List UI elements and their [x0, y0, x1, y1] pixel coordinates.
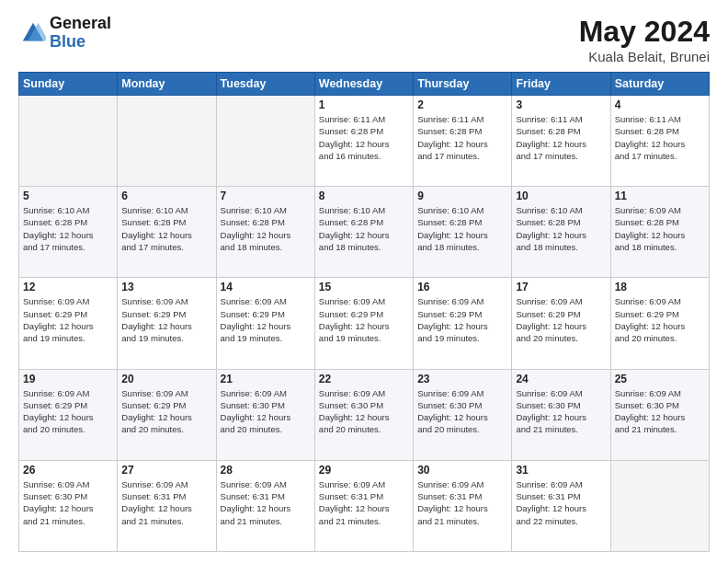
- calendar-cell-w4-d5: 23Sunrise: 6:09 AM Sunset: 6:30 PM Dayli…: [414, 369, 512, 460]
- calendar-cell-w2-d5: 9Sunrise: 6:10 AM Sunset: 6:28 PM Daylig…: [414, 187, 512, 278]
- day-info-27: Sunrise: 6:09 AM Sunset: 6:31 PM Dayligh…: [121, 478, 211, 527]
- day-info-1: Sunrise: 6:11 AM Sunset: 6:28 PM Dayligh…: [319, 113, 409, 162]
- calendar-cell-w2-d2: 6Sunrise: 6:10 AM Sunset: 6:28 PM Daylig…: [118, 187, 216, 278]
- day-number-24: 24: [516, 373, 606, 385]
- day-number-31: 31: [516, 464, 606, 477]
- day-number-7: 7: [221, 190, 311, 202]
- day-info-13: Sunrise: 6:09 AM Sunset: 6:29 PM Dayligh…: [121, 295, 211, 344]
- day-info-15: Sunrise: 6:09 AM Sunset: 6:29 PM Dayligh…: [319, 295, 409, 344]
- day-number-26: 26: [23, 464, 113, 477]
- calendar-cell-w5-d4: 29Sunrise: 6:09 AM Sunset: 6:31 PM Dayli…: [314, 460, 413, 551]
- header-day-thursday: Thursday: [414, 73, 512, 96]
- week-row-2: 5Sunrise: 6:10 AM Sunset: 6:28 PM Daylig…: [19, 187, 710, 278]
- week-row-4: 19Sunrise: 6:09 AM Sunset: 6:29 PM Dayli…: [19, 369, 710, 460]
- day-info-14: Sunrise: 6:09 AM Sunset: 6:29 PM Dayligh…: [221, 295, 311, 344]
- day-info-3: Sunrise: 6:11 AM Sunset: 6:28 PM Dayligh…: [516, 113, 606, 162]
- calendar-cell-w5-d7: [610, 460, 709, 551]
- day-info-28: Sunrise: 6:09 AM Sunset: 6:31 PM Dayligh…: [221, 478, 311, 527]
- day-number-3: 3: [516, 98, 606, 111]
- day-info-29: Sunrise: 6:09 AM Sunset: 6:31 PM Dayligh…: [319, 478, 409, 527]
- header-day-sunday: Sunday: [19, 73, 118, 96]
- week-row-3: 12Sunrise: 6:09 AM Sunset: 6:29 PM Dayli…: [19, 278, 710, 369]
- calendar-cell-w2-d7: 11Sunrise: 6:09 AM Sunset: 6:28 PM Dayli…: [610, 187, 709, 278]
- day-number-2: 2: [417, 98, 507, 111]
- title-block: May 2024 Kuala Belait, Brunei: [579, 15, 710, 64]
- calendar-cell-w3-d6: 17Sunrise: 6:09 AM Sunset: 6:29 PM Dayli…: [512, 278, 610, 369]
- calendar-cell-w1-d1: [19, 96, 118, 187]
- day-info-17: Sunrise: 6:09 AM Sunset: 6:29 PM Dayligh…: [516, 295, 606, 344]
- week-row-1: 1Sunrise: 6:11 AM Sunset: 6:28 PM Daylig…: [19, 96, 710, 187]
- calendar-cell-w1-d4: 1Sunrise: 6:11 AM Sunset: 6:28 PM Daylig…: [314, 96, 413, 187]
- day-number-23: 23: [417, 373, 507, 385]
- calendar-cell-w4-d3: 21Sunrise: 6:09 AM Sunset: 6:30 PM Dayli…: [216, 369, 314, 460]
- day-number-15: 15: [319, 281, 409, 293]
- day-number-10: 10: [516, 190, 606, 202]
- day-info-30: Sunrise: 6:09 AM Sunset: 6:31 PM Dayligh…: [417, 478, 507, 527]
- day-number-20: 20: [121, 373, 211, 385]
- calendar-cell-w3-d7: 18Sunrise: 6:09 AM Sunset: 6:29 PM Dayli…: [610, 278, 709, 369]
- calendar-cell-w2-d3: 7Sunrise: 6:10 AM Sunset: 6:28 PM Daylig…: [216, 187, 314, 278]
- calendar-cell-w5-d3: 28Sunrise: 6:09 AM Sunset: 6:31 PM Dayli…: [216, 460, 314, 551]
- header-day-tuesday: Tuesday: [216, 73, 314, 96]
- day-info-4: Sunrise: 6:11 AM Sunset: 6:28 PM Dayligh…: [615, 113, 705, 162]
- logo: General Blue: [18, 15, 111, 52]
- calendar-cell-w5-d2: 27Sunrise: 6:09 AM Sunset: 6:31 PM Dayli…: [118, 460, 216, 551]
- day-info-16: Sunrise: 6:09 AM Sunset: 6:29 PM Dayligh…: [417, 295, 507, 344]
- day-number-6: 6: [121, 190, 211, 202]
- day-number-18: 18: [615, 281, 705, 293]
- day-number-9: 9: [417, 190, 507, 202]
- calendar-body: 1Sunrise: 6:11 AM Sunset: 6:28 PM Daylig…: [19, 96, 710, 552]
- day-number-30: 30: [417, 464, 507, 477]
- calendar-cell-w1-d5: 2Sunrise: 6:11 AM Sunset: 6:28 PM Daylig…: [414, 96, 512, 187]
- calendar-cell-w2-d6: 10Sunrise: 6:10 AM Sunset: 6:28 PM Dayli…: [512, 187, 610, 278]
- day-info-8: Sunrise: 6:10 AM Sunset: 6:28 PM Dayligh…: [319, 204, 409, 253]
- day-number-11: 11: [615, 190, 705, 202]
- day-number-14: 14: [221, 281, 311, 293]
- header-day-saturday: Saturday: [610, 73, 709, 96]
- calendar-cell-w5-d1: 26Sunrise: 6:09 AM Sunset: 6:30 PM Dayli…: [19, 460, 118, 551]
- page: General Blue May 2024 Kuala Belait, Brun…: [0, 0, 728, 563]
- day-number-27: 27: [121, 464, 211, 477]
- header-day-wednesday: Wednesday: [314, 73, 413, 96]
- calendar-table: SundayMondayTuesdayWednesdayThursdayFrid…: [18, 72, 710, 552]
- calendar-cell-w3-d5: 16Sunrise: 6:09 AM Sunset: 6:29 PM Dayli…: [414, 278, 512, 369]
- calendar-cell-w2-d1: 5Sunrise: 6:10 AM Sunset: 6:28 PM Daylig…: [19, 187, 118, 278]
- calendar-cell-w4-d2: 20Sunrise: 6:09 AM Sunset: 6:29 PM Dayli…: [118, 369, 216, 460]
- header: General Blue May 2024 Kuala Belait, Brun…: [18, 15, 710, 64]
- day-info-5: Sunrise: 6:10 AM Sunset: 6:28 PM Dayligh…: [23, 204, 113, 253]
- day-info-22: Sunrise: 6:09 AM Sunset: 6:30 PM Dayligh…: [319, 387, 409, 436]
- calendar-cell-w3-d3: 14Sunrise: 6:09 AM Sunset: 6:29 PM Dayli…: [216, 278, 314, 369]
- calendar-cell-w4-d7: 25Sunrise: 6:09 AM Sunset: 6:30 PM Dayli…: [610, 369, 709, 460]
- day-number-8: 8: [319, 190, 409, 202]
- calendar-cell-w3-d4: 15Sunrise: 6:09 AM Sunset: 6:29 PM Dayli…: [314, 278, 413, 369]
- header-day-monday: Monday: [118, 73, 216, 96]
- calendar-cell-w4-d4: 22Sunrise: 6:09 AM Sunset: 6:30 PM Dayli…: [314, 369, 413, 460]
- logo-general-text: General: [50, 15, 111, 33]
- day-number-13: 13: [121, 281, 211, 293]
- day-number-22: 22: [319, 373, 409, 385]
- calendar-cell-w4-d6: 24Sunrise: 6:09 AM Sunset: 6:30 PM Dayli…: [512, 369, 610, 460]
- calendar-cell-w1-d6: 3Sunrise: 6:11 AM Sunset: 6:28 PM Daylig…: [512, 96, 610, 187]
- day-info-6: Sunrise: 6:10 AM Sunset: 6:28 PM Dayligh…: [121, 204, 211, 253]
- day-number-16: 16: [417, 281, 507, 293]
- day-number-4: 4: [615, 98, 705, 111]
- day-number-1: 1: [319, 98, 409, 111]
- day-info-10: Sunrise: 6:10 AM Sunset: 6:28 PM Dayligh…: [516, 204, 606, 253]
- day-info-20: Sunrise: 6:09 AM Sunset: 6:29 PM Dayligh…: [121, 387, 211, 436]
- day-info-19: Sunrise: 6:09 AM Sunset: 6:29 PM Dayligh…: [23, 387, 113, 436]
- days-of-week-row: SundayMondayTuesdayWednesdayThursdayFrid…: [19, 73, 710, 96]
- day-info-2: Sunrise: 6:11 AM Sunset: 6:28 PM Dayligh…: [417, 113, 507, 162]
- header-day-friday: Friday: [512, 73, 610, 96]
- day-info-12: Sunrise: 6:09 AM Sunset: 6:29 PM Dayligh…: [23, 295, 113, 344]
- day-info-31: Sunrise: 6:09 AM Sunset: 6:31 PM Dayligh…: [516, 478, 606, 527]
- day-info-7: Sunrise: 6:10 AM Sunset: 6:28 PM Dayligh…: [221, 204, 311, 253]
- day-info-26: Sunrise: 6:09 AM Sunset: 6:30 PM Dayligh…: [23, 478, 113, 527]
- calendar-cell-w1-d3: [216, 96, 314, 187]
- day-number-21: 21: [221, 373, 311, 385]
- month-year-title: May 2024: [579, 15, 710, 49]
- day-info-11: Sunrise: 6:09 AM Sunset: 6:28 PM Dayligh…: [615, 204, 705, 253]
- calendar-cell-w4-d1: 19Sunrise: 6:09 AM Sunset: 6:29 PM Dayli…: [19, 369, 118, 460]
- day-info-9: Sunrise: 6:10 AM Sunset: 6:28 PM Dayligh…: [417, 204, 507, 253]
- day-info-24: Sunrise: 6:09 AM Sunset: 6:30 PM Dayligh…: [516, 387, 606, 436]
- day-number-28: 28: [221, 464, 311, 477]
